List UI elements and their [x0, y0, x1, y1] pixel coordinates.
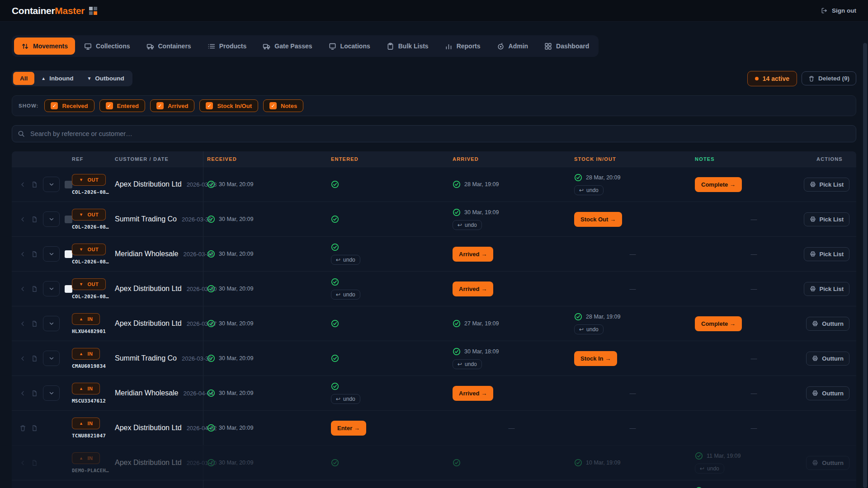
nav-tab-movements[interactable]: Movements	[14, 38, 75, 55]
row-controls	[12, 246, 68, 262]
table-row: ▲INCMAU6019834Summit Trading Co2026-03-3…	[12, 341, 856, 375]
deleted-button[interactable]: Deleted (9)	[802, 71, 856, 85]
nav-tab-admin[interactable]: Admin	[490, 38, 536, 55]
complete-button[interactable]: Complete →	[695, 316, 742, 331]
row-dropdown-button[interactable]	[43, 351, 60, 366]
file-icon[interactable]	[31, 460, 38, 466]
search-input[interactable]	[29, 130, 850, 138]
nav-tab-gate-passes[interactable]: Gate Passes	[255, 38, 319, 55]
file-icon[interactable]	[31, 320, 38, 327]
filter-tab-all[interactable]: All	[13, 72, 34, 85]
chevron-left-icon[interactable]	[19, 216, 26, 223]
customer-cell: Apex Distribution Ltd2026-03-28	[111, 180, 203, 188]
filter-tab-inbound[interactable]: ▲Inbound	[34, 72, 80, 85]
show-toggle-stock-in-out[interactable]: ✓Stock In/Out	[199, 99, 258, 112]
direction-label: OUT	[87, 247, 99, 252]
outturn-button[interactable]: Outturn	[806, 352, 849, 366]
outturn-button[interactable]: Outturn	[806, 456, 849, 470]
pick-list-button[interactable]: Pick List	[804, 212, 849, 226]
chevron-down-icon	[48, 181, 55, 188]
pick-list-button[interactable]: Pick List	[804, 282, 849, 296]
file-icon[interactable]	[31, 390, 38, 397]
nav-tab-products[interactable]: Products	[200, 38, 254, 55]
chevron-left-icon[interactable]	[19, 390, 26, 397]
outturn-button[interactable]: Outturn	[806, 386, 849, 400]
checkbox-checked-icon[interactable]: ✓	[206, 102, 213, 109]
column-header-ref: REF	[68, 156, 111, 162]
status-date: 11 Mar, 19:09	[707, 453, 741, 459]
checkbox-checked-icon[interactable]: ✓	[106, 102, 113, 109]
file-icon[interactable]	[31, 181, 38, 188]
undo-button[interactable]: ↩undo	[695, 464, 724, 474]
nav-tab-collections[interactable]: Collections	[77, 38, 137, 55]
checkbox-checked-icon[interactable]: ✓	[156, 102, 164, 109]
file-icon[interactable]	[31, 251, 38, 258]
chevron-left-icon[interactable]	[19, 286, 26, 292]
show-toggle-arrived[interactable]: ✓Arrived	[150, 99, 195, 112]
file-icon[interactable]	[31, 216, 38, 223]
ref-cell: ▲INMSCU3347612	[68, 376, 111, 410]
nav-tab-bulk-lists[interactable]: Bulk Lists	[379, 38, 436, 55]
undo-label: undo	[343, 291, 355, 298]
active-count-badge[interactable]: 14 active	[747, 71, 797, 86]
arrived-button[interactable]: Arrived →	[453, 386, 493, 401]
entered-cell	[327, 354, 449, 362]
show-toggle-received[interactable]: ✓Received	[44, 99, 94, 112]
nav-tab-reports[interactable]: Reports	[438, 38, 488, 55]
enter-button[interactable]: Enter →	[331, 421, 366, 436]
pick-list-button[interactable]: Pick List	[804, 247, 849, 261]
row-controls	[12, 425, 68, 432]
printer-icon	[812, 320, 818, 327]
undo-button[interactable]: ↩undo	[453, 359, 482, 369]
stock-out-button[interactable]: Stock Out →	[574, 212, 622, 227]
chevron-left-icon[interactable]	[19, 355, 26, 362]
arrived-button[interactable]: Arrived →	[453, 282, 493, 296]
chevron-left-icon[interactable]	[19, 460, 26, 466]
show-toggle-entered[interactable]: ✓Entered	[99, 99, 145, 112]
table-row: ▲INTCNU8821047Apex Distribution Ltd2026-…	[12, 410, 856, 445]
sign-out-button[interactable]: Sign out	[821, 7, 856, 14]
file-icon[interactable]	[31, 286, 38, 292]
file-icon[interactable]	[31, 425, 38, 432]
file-icon[interactable]	[31, 355, 38, 362]
undo-button[interactable]: ↩undo	[453, 220, 482, 230]
row-dropdown-button[interactable]	[43, 246, 60, 262]
row-controls	[12, 385, 68, 401]
row-dropdown-button[interactable]	[43, 177, 60, 192]
complete-button[interactable]: Complete →	[695, 177, 742, 192]
action-label: Pick List	[820, 251, 844, 258]
undo-button[interactable]: ↩undo	[574, 185, 604, 195]
stock-in-button[interactable]: Stock In →	[574, 351, 617, 366]
arrived-button[interactable]: Arrived →	[453, 247, 493, 262]
scrollbar[interactable]	[863, 43, 867, 488]
undo-button[interactable]: ↩undo	[331, 255, 360, 265]
row-dropdown-button[interactable]	[43, 316, 60, 331]
status-line: 27 Mar, 19:09	[453, 319, 499, 328]
status-line: 11 Mar, 19:09	[695, 452, 741, 460]
stock-cell: 28 Mar, 19:09↩undo	[571, 313, 691, 334]
trash-icon[interactable]	[19, 425, 26, 432]
row-dropdown-button[interactable]	[43, 281, 60, 296]
row-controls	[12, 211, 68, 227]
undo-button[interactable]: ↩undo	[331, 394, 360, 404]
nav-tab-containers[interactable]: Containers	[139, 38, 198, 55]
pick-list-button[interactable]: Pick List	[804, 178, 849, 192]
undo-button[interactable]: ↩undo	[331, 290, 360, 300]
row-dropdown-button[interactable]	[43, 211, 60, 227]
row-controls	[12, 351, 68, 366]
check-circle-icon	[207, 389, 215, 397]
chevron-left-icon[interactable]	[19, 320, 26, 327]
checkbox-checked-icon[interactable]: ✓	[269, 102, 277, 109]
nav-tab-dashboard[interactable]: Dashboard	[537, 38, 596, 55]
undo-button[interactable]: ↩undo	[574, 324, 604, 334]
row-dropdown-button[interactable]	[43, 385, 60, 401]
outturn-button[interactable]: Outturn	[806, 317, 849, 331]
show-toggle-notes[interactable]: ✓Notes	[263, 99, 303, 112]
actions-cell: Outturn	[813, 386, 856, 400]
ref-code: TCNU8821047	[72, 433, 106, 439]
checkbox-checked-icon[interactable]: ✓	[51, 102, 58, 109]
nav-tab-locations[interactable]: Locations	[321, 38, 377, 55]
chevron-left-icon[interactable]	[19, 181, 26, 188]
chevron-left-icon[interactable]	[19, 251, 26, 258]
filter-tab-outbound[interactable]: ▼Outbound	[80, 72, 131, 85]
